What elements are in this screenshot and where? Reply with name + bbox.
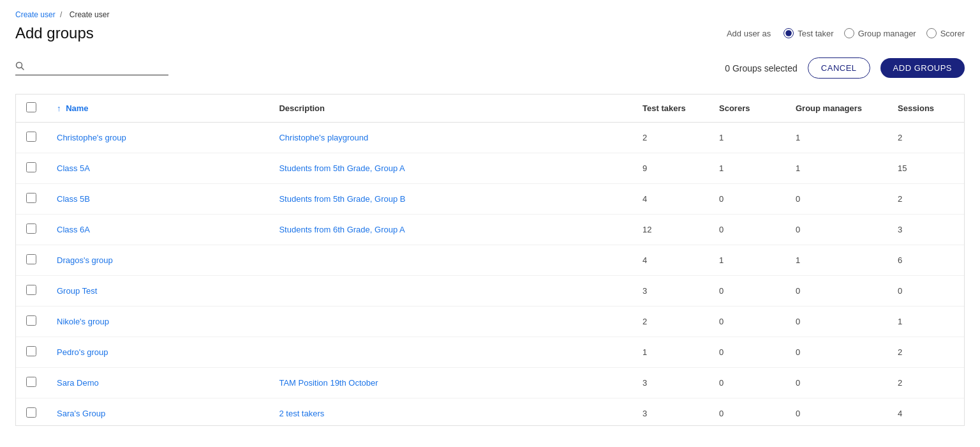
row-checkbox-cell (16, 123, 47, 153)
row-scorers: 0 (709, 184, 785, 215)
row-checkbox-cell (16, 368, 47, 398)
search-icon (15, 61, 24, 72)
search-container (15, 61, 168, 75)
cancel-button[interactable]: CANCEL (808, 57, 870, 79)
row-description: Students from 5th Grade, Group A (269, 153, 632, 184)
add-user-as-section: Add user as Test taker Group manager Sco… (727, 28, 965, 38)
search-input[interactable] (29, 61, 168, 72)
table-row: Nikole's group2001 (16, 307, 964, 337)
table-row: Class 5BStudents from 5th Grade, Group B… (16, 184, 964, 215)
row-scorers: 0 (709, 276, 785, 307)
table-row: Class 5AStudents from 5th Grade, Group A… (16, 153, 964, 184)
row-scorers: 0 (709, 368, 785, 398)
add-groups-button[interactable]: ADD GROUPS (880, 58, 965, 78)
row-checkbox[interactable] (26, 224, 36, 234)
row-checkbox[interactable] (26, 285, 36, 295)
row-sessions: 3 (887, 215, 964, 245)
row-name[interactable]: Dragos's group (47, 245, 269, 276)
row-test-takers: 2 (632, 307, 709, 337)
header-scorers: Scorers (709, 95, 785, 123)
row-scorers: 0 (709, 337, 785, 368)
row-description (269, 307, 632, 337)
row-group-managers: 1 (785, 153, 887, 184)
page-container: Create user / Create user Add groups Add… (0, 0, 980, 436)
row-group-managers: 0 (785, 337, 887, 368)
row-checkbox-cell (16, 184, 47, 215)
row-name[interactable]: Sara Demo (47, 368, 269, 398)
radio-group-manager-input[interactable] (844, 28, 854, 38)
row-scorers: 1 (709, 153, 785, 184)
row-checkbox-cell (16, 153, 47, 184)
row-sessions: 2 (887, 337, 964, 368)
row-description (269, 337, 632, 368)
row-checkbox-cell (16, 245, 47, 276)
row-description: Students from 5th Grade, Group B (269, 184, 632, 215)
row-checkbox-cell (16, 337, 47, 368)
radio-group-manager[interactable]: Group manager (844, 28, 916, 38)
breadcrumb-separator: / (60, 10, 62, 19)
row-sessions: 2 (887, 184, 964, 215)
toolbar-right: 0 Groups selected CANCEL ADD GROUPS (725, 57, 965, 79)
groups-table: ↑ Name Description Test takers Scorers G… (16, 95, 964, 426)
row-group-managers: 0 (785, 184, 887, 215)
svg-line-1 (22, 67, 24, 70)
row-group-managers: 0 (785, 307, 887, 337)
table-row: Class 6AStudents from 6th Grade, Group A… (16, 215, 964, 245)
row-sessions: 2 (887, 123, 964, 153)
header-name[interactable]: ↑ Name (47, 95, 269, 123)
row-name[interactable]: Group Test (47, 276, 269, 307)
groups-selected-count: 0 Groups selected (725, 63, 798, 73)
row-name[interactable]: Class 5A (47, 153, 269, 184)
row-test-takers: 3 (632, 368, 709, 398)
row-name[interactable]: Christophe's group (47, 123, 269, 153)
row-checkbox[interactable] (26, 315, 36, 326)
row-sessions: 6 (887, 245, 964, 276)
table-row: Pedro's group1002 (16, 337, 964, 368)
row-checkbox[interactable] (26, 407, 36, 418)
row-test-takers: 9 (632, 153, 709, 184)
row-checkbox[interactable] (26, 193, 36, 203)
row-description (269, 276, 632, 307)
row-checkbox[interactable] (26, 132, 36, 142)
breadcrumb-current: Create user (70, 10, 110, 19)
row-group-managers: 1 (785, 245, 887, 276)
row-description: 2 test takers (269, 398, 632, 427)
row-checkbox[interactable] (26, 162, 36, 172)
add-user-as-label: Add user as (727, 29, 771, 38)
table-header-row: ↑ Name Description Test takers Scorers G… (16, 95, 964, 123)
row-checkbox[interactable] (26, 254, 36, 264)
header-test-takers: Test takers (632, 95, 709, 123)
row-test-takers: 4 (632, 245, 709, 276)
row-name[interactable]: Sara's Group (47, 398, 269, 427)
row-test-takers: 2 (632, 123, 709, 153)
sort-arrow-icon: ↑ (57, 103, 61, 113)
breadcrumb-parent-link[interactable]: Create user (15, 10, 56, 19)
page-header: Add groups Add user as Test taker Group … (15, 24, 965, 42)
radio-test-taker-input[interactable] (783, 28, 794, 38)
row-sessions: 4 (887, 398, 964, 427)
row-test-takers: 3 (632, 398, 709, 427)
row-name[interactable]: Class 5B (47, 184, 269, 215)
row-name[interactable]: Class 6A (47, 215, 269, 245)
select-all-checkbox[interactable] (26, 102, 36, 112)
radio-scorer-label: Scorer (940, 29, 965, 38)
header-sessions: Sessions (887, 95, 964, 123)
radio-test-taker[interactable]: Test taker (783, 28, 833, 38)
row-scorers: 0 (709, 398, 785, 427)
row-checkbox-cell (16, 307, 47, 337)
row-scorers: 0 (709, 307, 785, 337)
count-number: 0 (725, 63, 730, 73)
header-checkbox-col (16, 95, 47, 123)
row-name[interactable]: Pedro's group (47, 337, 269, 368)
radio-scorer[interactable]: Scorer (926, 28, 965, 38)
row-name[interactable]: Nikole's group (47, 307, 269, 337)
row-description: TAM Position 19th October (269, 368, 632, 398)
table-row: Dragos's group4116 (16, 245, 964, 276)
row-checkbox[interactable] (26, 346, 36, 356)
table-row: Sara DemoTAM Position 19th October3002 (16, 368, 964, 398)
row-checkbox[interactable] (26, 377, 36, 387)
row-test-takers: 1 (632, 337, 709, 368)
row-checkbox-cell (16, 398, 47, 427)
row-scorers: 0 (709, 215, 785, 245)
radio-scorer-input[interactable] (926, 28, 937, 38)
